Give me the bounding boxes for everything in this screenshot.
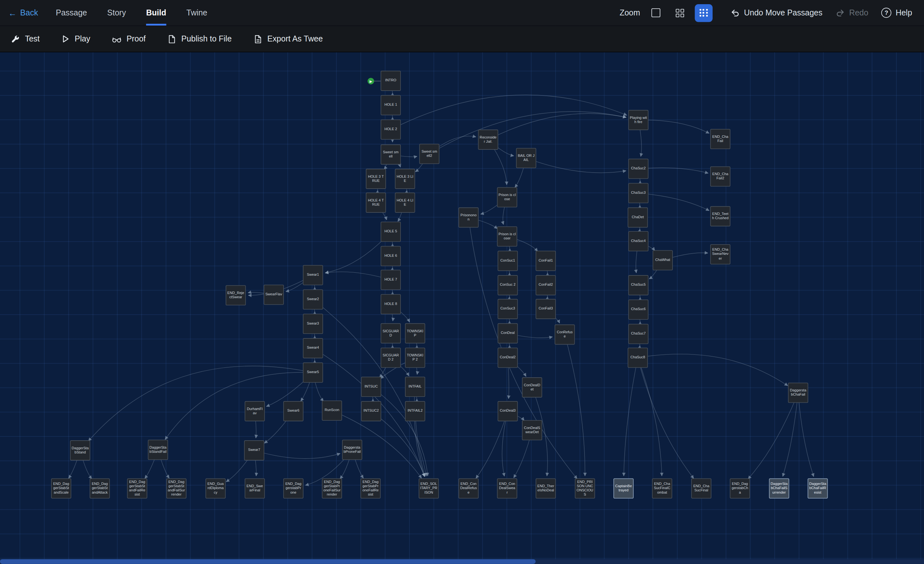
tab-passage[interactable]: Passage <box>56 0 87 26</box>
passage-node[interactable]: END_DaggerstabCha <box>730 478 750 498</box>
passage-node[interactable]: DaggerStabStandFail <box>148 440 168 460</box>
play-button[interactable]: Play <box>61 35 90 44</box>
passage-node[interactable]: END_ThereIsNoDeal <box>536 478 556 498</box>
passage-node[interactable]: HOLE 4 LIE <box>395 193 415 213</box>
passage-node[interactable]: HOLE 8 <box>381 294 401 314</box>
passage-node[interactable]: INTSUC <box>361 377 381 397</box>
passage-node[interactable]: END_ConDealSwear <box>497 478 518 498</box>
passage-node[interactable]: ChaSuc3 <box>628 183 648 203</box>
back-button[interactable]: ← Back <box>8 8 38 17</box>
proof-button[interactable]: Proof <box>112 34 146 44</box>
passage-node[interactable]: DaggerStabChaFailResist <box>808 478 828 498</box>
passage-node[interactable]: Swear4 <box>303 338 323 358</box>
passage-node[interactable]: ConFail2 <box>536 275 556 295</box>
passage-node[interactable]: END_DaggerStabStandScale <box>51 478 71 498</box>
passage-node[interactable]: INTSUC2 <box>361 401 381 421</box>
passage-node[interactable]: BAIL OR JAIL <box>516 148 536 168</box>
passage-node[interactable]: ConFail3 <box>536 299 556 319</box>
publish-button[interactable]: Publish to File <box>167 34 231 44</box>
passage-node[interactable]: ConFail1 <box>536 251 556 271</box>
passage-node[interactable]: ConRefuse <box>555 325 575 345</box>
passage-node[interactable]: END_DaggerStabStandAttack <box>90 478 110 498</box>
passage-node[interactable]: END_Teeth Crushed <box>710 206 730 227</box>
passage-node[interactable]: HOLE 4 TRUE <box>366 193 386 213</box>
tab-story[interactable]: Story <box>107 0 126 26</box>
passage-node[interactable]: ChaSuc5 <box>628 275 648 295</box>
passage-node[interactable]: Swear7 <box>244 440 264 460</box>
passage-node[interactable]: TOWNSKIP 2 <box>405 348 425 368</box>
test-button[interactable]: Test <box>10 34 39 44</box>
passage-node[interactable]: HOLE 1 <box>381 95 401 115</box>
passage-node[interactable]: ConDeal2 <box>498 348 518 368</box>
passage-node[interactable]: Prison is close <box>497 187 518 207</box>
passage-node[interactable]: END_DaggerStabProneFailResist <box>360 478 381 498</box>
passage-node[interactable]: SICGUARD 2 <box>381 348 401 368</box>
passage-node[interactable]: ChaDet <box>627 207 648 227</box>
zoom-small-button[interactable] <box>694 4 712 21</box>
passage-node[interactable]: HOLE 6 <box>381 246 401 266</box>
passage-node[interactable]: DaggerstabChaFail <box>788 383 808 403</box>
passage-node[interactable]: INTRO <box>381 71 401 91</box>
passage-node[interactable]: ConSuc1 <box>498 251 518 271</box>
zoom-full-button[interactable] <box>647 4 665 21</box>
passage-node[interactable]: ChaSuc4 <box>628 231 648 251</box>
passage-node[interactable]: END_GuardDiplomacy <box>206 478 226 498</box>
passage-node[interactable]: DaggerStabStand <box>70 440 90 460</box>
passage-node[interactable]: Reconsider Jail. <box>478 129 498 150</box>
tab-twine[interactable]: Twine <box>186 0 207 26</box>
passage-node[interactable]: END_RejectSwear <box>226 285 246 305</box>
passage-node[interactable]: SwearFlav <box>264 285 284 305</box>
horizontal-scrollbar[interactable] <box>0 559 924 564</box>
passage-node[interactable]: END_ChaSucFinalCombat <box>652 478 672 498</box>
passage-node[interactable]: RunScon <box>322 400 342 421</box>
passage-node[interactable]: HOLE 7 <box>381 270 401 290</box>
passage-node[interactable]: INTFAIL2 <box>405 401 425 421</box>
passage-node[interactable]: ChaWhat <box>652 250 673 270</box>
passage-node[interactable]: Sweet smell <box>381 144 401 164</box>
zoom-medium-button[interactable] <box>671 4 688 21</box>
passage-node[interactable]: DaggerStabChaFailSurrender <box>769 478 789 498</box>
export-twee-button[interactable]: Export As Twee <box>253 34 323 44</box>
passage-node[interactable]: HOLE 5 <box>381 222 401 242</box>
passage-node[interactable]: HOLE 2 <box>381 120 401 140</box>
passage-node[interactable]: ConDealSwearDet <box>522 420 542 440</box>
passage-node[interactable]: END_ChaFail2 <box>710 167 730 187</box>
passage-node[interactable]: END_PRISON UNCONSCIOUS <box>575 478 595 498</box>
undo-button[interactable]: Undo Move Passages <box>727 6 826 20</box>
passage-node[interactable]: ConDealDet <box>522 377 542 397</box>
passage-node[interactable]: INTFAIL <box>405 377 425 397</box>
passage-node[interactable]: ConSuc3 <box>498 299 518 319</box>
passage-node[interactable]: END_DaggerStabStandFailResist <box>127 478 147 498</box>
passage-node[interactable]: Playing with fire <box>628 110 648 130</box>
story-map[interactable]: INTROHOLE 1HOLE 2Sweet smellSweet smell2… <box>0 0 924 564</box>
tab-build[interactable]: Build <box>146 0 166 26</box>
passage-node[interactable]: HOLE 3 TRUE <box>366 169 386 189</box>
passage-node[interactable]: ChaSuc7 <box>628 324 648 344</box>
passage-node[interactable]: TOWNSKIP <box>405 323 425 344</box>
passage-node[interactable]: HOLE 3 LIE <box>395 169 415 189</box>
passage-node[interactable]: ConDeal3 <box>498 401 518 421</box>
passage-node[interactable]: Swear2 <box>303 289 323 310</box>
passage-node[interactable]: END_DaggerStabProneFailSurrender <box>322 478 342 498</box>
passage-node[interactable]: ChaSuc6 <box>628 299 648 320</box>
passage-node[interactable]: END_ChaSwearNever <box>710 244 730 265</box>
passage-node[interactable]: END_DaggerstabProne <box>283 478 303 498</box>
horizontal-scrollbar-thumb[interactable] <box>0 559 536 564</box>
passage-node[interactable]: ConSuc 2 <box>498 275 518 295</box>
passage-node[interactable]: CaptainBetrayed <box>614 478 634 498</box>
help-button[interactable]: ? Help <box>878 6 916 20</box>
passage-node[interactable]: Swear6 <box>283 401 303 421</box>
passage-node[interactable]: ChaSuc2 <box>628 159 648 179</box>
passage-node[interactable]: Swear5 <box>303 362 323 383</box>
passage-node[interactable]: END_SOLITARY_PRISON <box>419 478 439 498</box>
passage-node[interactable]: END_ConDealRefuse <box>458 478 478 498</box>
passage-node[interactable]: Swear3 <box>303 314 323 334</box>
passage-node[interactable]: END_DaggerStabStandFailSurrender <box>166 478 187 498</box>
passage-node[interactable]: DurhamFlav <box>245 401 265 421</box>
passage-node[interactable]: ConDeal <box>498 323 518 344</box>
passage-node[interactable]: END_SwearFinal <box>245 478 265 498</box>
passage-node[interactable]: ChaSuc8 <box>627 348 648 368</box>
passage-node[interactable]: SICGUARD <box>381 323 401 344</box>
passage-node[interactable]: END_ChaSucFinal <box>691 478 711 498</box>
passage-node[interactable]: END_ChaFail <box>710 129 730 149</box>
